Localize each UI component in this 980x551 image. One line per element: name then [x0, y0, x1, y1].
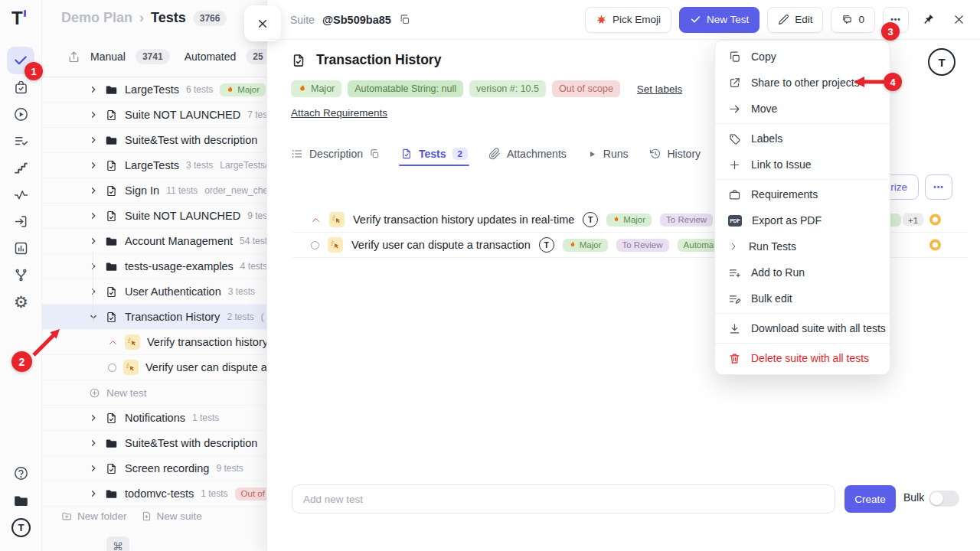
- sign-in-icon[interactable]: [13, 214, 29, 230]
- menu-item-requirements[interactable]: Requirements: [715, 181, 890, 207]
- caret-up-icon[interactable]: [108, 337, 118, 347]
- pick-emoji-button[interactable]: Pick Emoji: [585, 7, 671, 33]
- bulk-toggle[interactable]: [929, 491, 959, 507]
- automated-count: 25: [246, 49, 266, 64]
- play-circle-icon[interactable]: [13, 106, 29, 122]
- tab-manual[interactable]: Manual: [90, 51, 126, 63]
- chevron-right-icon[interactable]: [89, 135, 98, 145]
- status-circle-icon[interactable]: [311, 241, 319, 249]
- folder-icon[interactable]: [13, 493, 29, 509]
- tree-item-label: todomvc-tests: [125, 487, 194, 500]
- tree-row-todomvc-tests[interactable]: todomvc-tests 1 tests Out of scope: [42, 481, 266, 507]
- tree-row-suitetest-desc-1[interactable]: Suite&Test with description: [42, 128, 266, 153]
- menu-item-move[interactable]: Move: [715, 96, 890, 122]
- tree-row-tests-usage-examples[interactable]: tests-usage-examples 4 tests: [42, 254, 266, 279]
- chevron-right-icon[interactable]: [89, 186, 98, 195]
- chevron-right-icon[interactable]: [89, 489, 98, 498]
- gear-icon[interactable]: ⚙: [13, 294, 29, 310]
- tree-row-largetests[interactable]: LargeTests 6 tests Major: [42, 77, 266, 103]
- tree-row-sign-in[interactable]: Sign In 11 tests order_new_check: [42, 178, 266, 204]
- chevron-right-icon[interactable]: [89, 110, 98, 119]
- tree-row-test-2[interactable]: Verify user can dispute a transaction: [42, 355, 266, 380]
- warning-dot[interactable]: [929, 240, 941, 251]
- chevron-right-icon[interactable]: [89, 464, 98, 473]
- test-title[interactable]: Verify user can dispute a transaction: [351, 239, 531, 251]
- attach-requirements-link[interactable]: Attach Requirements: [291, 107, 387, 119]
- menu-item-export-pdf[interactable]: PDFExport as PDF: [715, 207, 890, 233]
- tab-attachments[interactable]: Attachments: [488, 148, 567, 160]
- tab-automated[interactable]: Automated: [185, 51, 237, 63]
- set-labels-link[interactable]: Set labels: [637, 83, 682, 95]
- share-up-icon[interactable]: [67, 51, 80, 64]
- chevron-right-icon[interactable]: [89, 413, 98, 422]
- label-major[interactable]: Major: [291, 80, 341, 97]
- breadcrumb-project[interactable]: Demo Plan: [61, 10, 132, 26]
- menu-item-labels[interactable]: Labels: [715, 126, 890, 152]
- status-circle-icon[interactable]: [108, 364, 116, 372]
- label-out-of-scope[interactable]: Out of scope: [552, 80, 620, 97]
- menu-item-bulk-edit[interactable]: Bulk edit: [715, 285, 890, 311]
- label-automatable[interactable]: Automatable String: null: [348, 80, 463, 97]
- project-avatar[interactable]: T: [928, 48, 956, 76]
- chevron-right-icon[interactable]: [89, 211, 98, 220]
- comments-button[interactable]: 0: [831, 7, 875, 33]
- copy-icon[interactable]: [399, 14, 410, 25]
- caret-up-icon[interactable]: [311, 215, 321, 225]
- command-key-button[interactable]: ⌘: [106, 536, 129, 551]
- tests-more-button[interactable]: •••: [925, 174, 952, 200]
- app-logo[interactable]: T: [11, 8, 26, 29]
- menu-item-download-suite[interactable]: Download suite with all tests: [715, 315, 890, 341]
- add-new-test-input[interactable]: [292, 484, 835, 514]
- tab-history[interactable]: History: [649, 148, 701, 160]
- more-labels-badge[interactable]: +1: [903, 214, 923, 227]
- menu-item-share[interactable]: Share to other projects: [715, 70, 890, 96]
- tree-row-suitetest-desc-2[interactable]: Suite&Test with description: [42, 431, 266, 456]
- tab-tests[interactable]: Tests 2: [400, 148, 468, 160]
- chevron-right-icon[interactable]: [89, 161, 98, 170]
- tree-row-user-authentication[interactable]: User Authentication 3 tests: [42, 279, 266, 305]
- suite-icon: [291, 53, 306, 68]
- close-panel-icon[interactable]: [947, 7, 970, 33]
- label-version[interactable]: verison #: 10.5: [469, 80, 546, 97]
- tree-row-test-1[interactable]: Verify transaction history updates in re…: [42, 330, 266, 355]
- tree-row-suite-not-launched-1[interactable]: Suite NOT LAUNCHED 7 tests: [42, 103, 266, 128]
- tree-row-suite-not-launched-2[interactable]: Suite NOT LAUNCHED 9 tests: [42, 204, 266, 229]
- new-test-button[interactable]: New Test: [679, 7, 760, 33]
- test-title[interactable]: Verify transaction history updates in re…: [353, 214, 574, 226]
- activity-icon[interactable]: [13, 187, 29, 203]
- tree-new-test[interactable]: New test: [42, 380, 266, 406]
- menu-item-add-to-run[interactable]: Add to Run: [715, 259, 890, 285]
- pin-icon[interactable]: [916, 7, 939, 33]
- new-suite-button[interactable]: New suite: [141, 510, 202, 522]
- chevron-right-icon[interactable]: [89, 439, 98, 448]
- new-folder-button[interactable]: New folder: [61, 510, 127, 522]
- chevron-down-icon[interactable]: [89, 312, 98, 321]
- tree-row-transaction-history[interactable]: Transaction History 2 tests (: [42, 305, 266, 330]
- tree-row-notifications[interactable]: Notifications 1 tests: [42, 406, 266, 431]
- chevron-right-icon[interactable]: [89, 262, 98, 271]
- tab-runs[interactable]: Runs: [587, 148, 629, 160]
- copy-icon[interactable]: [369, 148, 380, 159]
- workspace-avatar[interactable]: T: [11, 518, 31, 537]
- warning-dot[interactable]: [929, 214, 941, 226]
- tree-row-largetests-suite[interactable]: LargeTests 3 tests LargeTests/B: [42, 153, 266, 178]
- bar-chart-icon[interactable]: [13, 240, 29, 256]
- steps-icon[interactable]: [13, 160, 29, 176]
- sidebar-item-cases-icon[interactable]: [13, 80, 29, 96]
- menu-item-delete-suite[interactable]: Delete suite with all tests: [715, 345, 890, 371]
- chevron-right-icon[interactable]: [89, 236, 98, 246]
- tab-description[interactable]: Description: [291, 148, 380, 160]
- chevron-right-icon[interactable]: [89, 287, 98, 296]
- help-icon[interactable]: [13, 465, 29, 481]
- tree-row-screen-recording[interactable]: Screen recording 9 tests: [42, 456, 266, 481]
- tree-row-account-management[interactable]: Account Management 54 tests: [42, 229, 266, 254]
- list-check-icon[interactable]: [13, 133, 29, 149]
- edit-button[interactable]: Edit: [767, 7, 823, 33]
- branch-icon[interactable]: [13, 267, 29, 283]
- menu-item-link-to-issue[interactable]: Link to Issue: [715, 152, 890, 178]
- menu-item-copy[interactable]: Copy: [715, 44, 890, 70]
- bulk-label: Bulk: [903, 491, 924, 504]
- menu-item-run-tests[interactable]: Run Tests: [715, 233, 890, 259]
- create-button[interactable]: Create: [844, 485, 896, 513]
- chevron-right-icon[interactable]: [89, 85, 98, 94]
